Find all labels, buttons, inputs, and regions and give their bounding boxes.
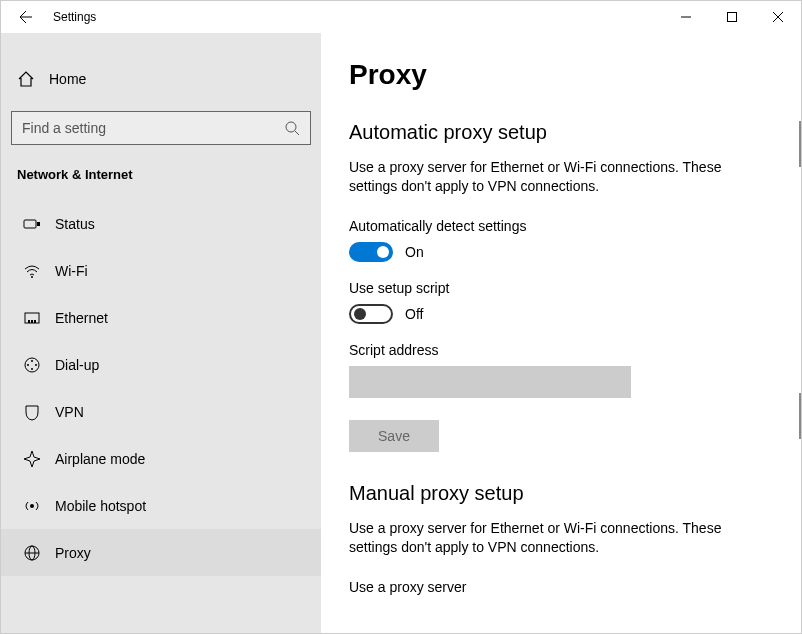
home-label: Home (49, 71, 86, 87)
auto-detect-label: Automatically detect settings (349, 218, 777, 234)
sidebar-item-proxy[interactable]: Proxy (1, 529, 321, 576)
home-button[interactable]: Home (11, 57, 311, 101)
status-icon (23, 215, 55, 233)
sidebar-item-label: Ethernet (55, 310, 108, 326)
setup-script-toggle[interactable] (349, 304, 393, 324)
maximize-icon (727, 12, 737, 22)
svg-point-8 (31, 276, 33, 278)
page-title: Proxy (349, 59, 777, 91)
sidebar-item-label: VPN (55, 404, 84, 420)
window-title: Settings (53, 10, 96, 24)
minimize-icon (681, 12, 691, 22)
sidebar-item-wifi[interactable]: Wi-Fi (1, 247, 321, 294)
sidebar-item-vpn[interactable]: VPN (1, 388, 321, 435)
sidebar-item-label: Status (55, 216, 95, 232)
script-address-input[interactable] (349, 366, 631, 398)
sidebar-item-airplane[interactable]: Airplane mode (1, 435, 321, 482)
hotspot-icon (23, 497, 55, 515)
svg-rect-7 (37, 222, 40, 226)
setup-script-state: Off (405, 306, 423, 322)
search-input[interactable] (22, 120, 284, 136)
scrollbar[interactable] (799, 393, 801, 439)
svg-rect-1 (728, 13, 737, 22)
svg-point-15 (35, 364, 37, 366)
maximize-button[interactable] (709, 1, 755, 33)
dialup-icon (23, 356, 55, 374)
close-button[interactable] (755, 1, 801, 33)
svg-point-18 (30, 504, 34, 508)
sidebar-item-label: Airplane mode (55, 451, 145, 467)
search-icon (284, 120, 300, 136)
svg-rect-6 (24, 220, 36, 228)
minimize-button[interactable] (663, 1, 709, 33)
ethernet-icon (23, 309, 55, 327)
category-header: Network & Internet (11, 163, 311, 200)
sidebar-item-label: Mobile hotspot (55, 498, 146, 514)
sidebar-item-dialup[interactable]: Dial-up (1, 341, 321, 388)
sidebar-item-hotspot[interactable]: Mobile hotspot (1, 482, 321, 529)
vpn-icon (23, 403, 55, 421)
search-box[interactable] (11, 111, 311, 145)
sidebar-item-status[interactable]: Status (1, 200, 321, 247)
auto-detect-toggle[interactable] (349, 242, 393, 262)
sidebar-item-ethernet[interactable]: Ethernet (1, 294, 321, 341)
svg-rect-10 (28, 320, 30, 323)
save-button[interactable]: Save (349, 420, 439, 452)
auto-detect-state: On (405, 244, 424, 260)
back-button[interactable] (1, 1, 49, 33)
proxy-icon (23, 544, 55, 562)
arrow-left-icon (17, 9, 33, 25)
use-proxy-label: Use a proxy server (349, 579, 777, 595)
svg-line-5 (295, 131, 299, 135)
sidebar-item-label: Wi-Fi (55, 263, 88, 279)
scrollbar[interactable] (799, 121, 801, 167)
svg-point-16 (27, 364, 29, 366)
svg-rect-11 (31, 320, 33, 323)
svg-point-14 (31, 360, 33, 362)
section-heading-manual: Manual proxy setup (349, 482, 777, 505)
sidebar: Home Network & Internet Status W (1, 33, 321, 633)
svg-rect-12 (34, 320, 36, 323)
section-heading-auto: Automatic proxy setup (349, 121, 777, 144)
sidebar-item-label: Dial-up (55, 357, 99, 373)
setup-script-label: Use setup script (349, 280, 777, 296)
sidebar-item-label: Proxy (55, 545, 91, 561)
section-desc-auto: Use a proxy server for Ethernet or Wi-Fi… (349, 158, 769, 196)
script-address-label: Script address (349, 342, 777, 358)
close-icon (773, 12, 783, 22)
svg-point-17 (31, 368, 33, 370)
home-icon (17, 70, 49, 88)
svg-point-4 (286, 122, 296, 132)
airplane-icon (23, 450, 55, 468)
main-content: Proxy Automatic proxy setup Use a proxy … (321, 33, 801, 633)
section-desc-manual: Use a proxy server for Ethernet or Wi-Fi… (349, 519, 769, 557)
wifi-icon (23, 262, 55, 280)
